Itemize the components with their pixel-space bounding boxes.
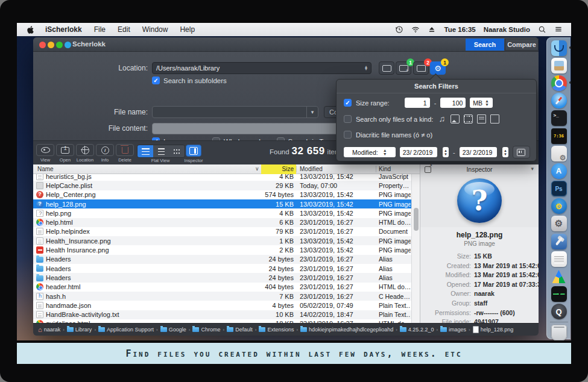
chevron-down-icon[interactable]: ▾ bbox=[306, 107, 318, 117]
date-from-stepper[interactable]: ▲▼ bbox=[443, 147, 449, 157]
flat-view-segment[interactable] bbox=[138, 145, 153, 157]
dock-item-google-drive[interactable] bbox=[550, 268, 567, 285]
location-dropdown[interactable]: /Users/naarak/Library ▴▾ bbox=[152, 62, 371, 74]
column-name[interactable]: Name bbox=[37, 166, 54, 172]
diacritic-checkbox[interactable] bbox=[344, 131, 352, 139]
column-kind[interactable]: Kind bbox=[379, 166, 391, 172]
table-row[interactable]: Health Insurance.png2 KB13/03/2019, 15:4… bbox=[33, 245, 411, 254]
date-to-stepper[interactable]: ▲▼ bbox=[502, 147, 508, 157]
dock-item-app-store[interactable]: A bbox=[550, 162, 567, 180]
dock-item-photoshop[interactable]: Ps bbox=[550, 180, 567, 198]
path-item[interactable]: Default bbox=[227, 327, 253, 333]
path-item[interactable]: Application Support bbox=[98, 327, 154, 333]
textdoc-kind-icon[interactable] bbox=[477, 114, 486, 124]
subfolders-checkbox[interactable] bbox=[152, 77, 160, 84]
apple-menu-icon[interactable] bbox=[17, 26, 39, 34]
location-button[interactable]: Location bbox=[76, 144, 94, 163]
path-item[interactable]: images bbox=[440, 327, 466, 333]
image-kind-icon[interactable] bbox=[450, 114, 460, 124]
grouped-view-segment[interactable] bbox=[153, 145, 169, 157]
table-row[interactable]: help.png4 KB13/03/2019, 15:42PNG image bbox=[33, 208, 411, 218]
dock-item-safari[interactable] bbox=[550, 92, 567, 110]
music-kind-icon[interactable]: ♫ bbox=[438, 115, 446, 123]
spotlight-search-icon[interactable] bbox=[538, 25, 546, 34]
date-to-input[interactable]: 23/ 2/2019 bbox=[460, 147, 497, 157]
blankdoc-kind-icon[interactable] bbox=[490, 114, 499, 124]
path-item[interactable]: Library bbox=[67, 327, 92, 333]
delete-button[interactable]: Delete bbox=[116, 144, 134, 163]
info-button[interactable]: iInfo bbox=[96, 144, 114, 163]
menu-user[interactable]: Naarak Studio bbox=[484, 26, 530, 33]
menu-item-edit[interactable]: Edit bbox=[112, 25, 136, 34]
dock-item-terminal[interactable]: >_ bbox=[550, 110, 567, 127]
column-modified[interactable]: Modified bbox=[300, 166, 323, 172]
tab-compare[interactable]: Compare bbox=[505, 39, 539, 51]
view-button[interactable]: View bbox=[36, 144, 54, 163]
movie-kind-icon[interactable] bbox=[464, 114, 473, 124]
table-row[interactable]: help.html6 KB23/01/2019, 16:27HTML do… bbox=[33, 218, 411, 227]
open-button[interactable]: Open bbox=[56, 144, 74, 163]
inspector-toggle-button[interactable] bbox=[186, 145, 201, 157]
notification-center-icon[interactable] bbox=[554, 25, 563, 34]
path-item[interactable]: Chrome bbox=[192, 327, 220, 333]
eject-icon[interactable] bbox=[428, 25, 436, 34]
dock-item-installer[interactable] bbox=[550, 145, 567, 162]
menu-item-ischerlokk[interactable]: iScherlokk bbox=[39, 25, 88, 34]
table-row[interactable]: HelpCache.plist29 KBToday, 07:00Property… bbox=[33, 181, 411, 190]
scrollbar-thumb[interactable] bbox=[414, 208, 419, 231]
menu-clock[interactable]: Tue 16:35 bbox=[444, 26, 475, 33]
menu-item-window[interactable]: Window bbox=[136, 25, 174, 34]
calendar-button[interactable] bbox=[513, 146, 530, 158]
menu-item-help[interactable]: Help bbox=[174, 25, 201, 34]
extra-window-button[interactable] bbox=[65, 42, 71, 48]
column-size[interactable]: Size bbox=[261, 166, 294, 172]
table-row[interactable]: heuristics_bg.js4 KB13/03/2019, 15:42Jav… bbox=[33, 174, 411, 181]
dock-item-status-widget[interactable]: 7:36 bbox=[550, 127, 567, 145]
dock-item-xcode[interactable] bbox=[550, 233, 567, 250]
close-button[interactable] bbox=[39, 42, 46, 48]
table-row[interactable]: Health_Insurance.png1 KB13/03/2019, 15:4… bbox=[33, 236, 411, 245]
table-row[interactable]: handmade.json4 bytes05/02/2019, 07:49Pla… bbox=[33, 301, 411, 310]
size-unit-dropdown[interactable]: MB▲▼ bbox=[470, 98, 493, 108]
date-type-dropdown[interactable]: Modified:▲▼ bbox=[344, 147, 396, 157]
path-item[interactable]: help_128.png bbox=[473, 326, 514, 333]
table-row[interactable]: Headers24 bytes23/01/2019, 16:27Alias bbox=[33, 273, 411, 282]
sort-indicator-icon[interactable]: ∨ bbox=[255, 166, 259, 172]
minimize-button[interactable] bbox=[48, 42, 54, 48]
menu-item-file[interactable]: File bbox=[88, 25, 112, 34]
tab-search[interactable]: Search bbox=[466, 39, 504, 51]
path-item[interactable]: Google bbox=[160, 327, 186, 333]
recent-items-icon[interactable] bbox=[395, 25, 403, 34]
table-row[interactable]: Headers24 bytes23/01/2019, 16:27Alias bbox=[33, 264, 411, 273]
size-range-checkbox[interactable] bbox=[344, 99, 352, 107]
dock-item-finder[interactable] bbox=[550, 39, 567, 57]
table-row[interactable]: Help_Center.png574 bytes13/03/2019, 15:4… bbox=[33, 190, 411, 199]
kind-checkbox[interactable] bbox=[344, 115, 352, 123]
add-location-button[interactable]: + 1 bbox=[396, 61, 411, 75]
wifi-icon[interactable] bbox=[411, 25, 420, 34]
path-item[interactable]: hdokiejnpimakedhajhdlcegeplioahd bbox=[300, 327, 393, 333]
dock-item-gear-app[interactable]: ⚙ bbox=[550, 198, 567, 215]
dock-item-system-preferences[interactable]: ⚙ bbox=[550, 215, 567, 233]
zoom-button[interactable] bbox=[56, 42, 63, 48]
size-max-input[interactable]: 100 bbox=[440, 98, 466, 108]
chevron-down-icon[interactable]: ▾ bbox=[531, 166, 534, 172]
table-row[interactable]: hash.h7 KB23/01/2019, 16:27C Heade… bbox=[33, 292, 411, 301]
open-external-icon[interactable] bbox=[425, 166, 431, 173]
table-row[interactable]: header.html404 bytes23/01/2019, 16:27HTM… bbox=[33, 283, 411, 292]
scrollbar[interactable] bbox=[411, 174, 420, 323]
path-item[interactable]: Extensions bbox=[259, 327, 294, 333]
path-item[interactable]: ⌂naarak bbox=[38, 327, 60, 333]
browse-folder-button[interactable] bbox=[379, 61, 394, 75]
file-name-input[interactable]: ▾ bbox=[152, 106, 318, 118]
size-min-input[interactable]: 1 bbox=[405, 98, 430, 108]
grid-view-segment[interactable] bbox=[169, 145, 185, 157]
dock-item-chrome[interactable] bbox=[550, 74, 567, 92]
exclude-location-button[interactable]: - 2 bbox=[413, 61, 429, 75]
search-filters-button[interactable]: ⚙ 1 bbox=[430, 61, 446, 75]
dock-item-quicktime[interactable]: Q bbox=[550, 303, 567, 321]
dock-item-trash[interactable] bbox=[550, 324, 567, 340]
dock-item-preview[interactable] bbox=[550, 57, 567, 74]
table-row[interactable]: help_128.png15 KB13/03/2019, 15:42PNG im… bbox=[33, 199, 411, 208]
table-row[interactable]: Help.helpindex79 KB23/01/2019, 16:27Docu… bbox=[33, 227, 411, 236]
